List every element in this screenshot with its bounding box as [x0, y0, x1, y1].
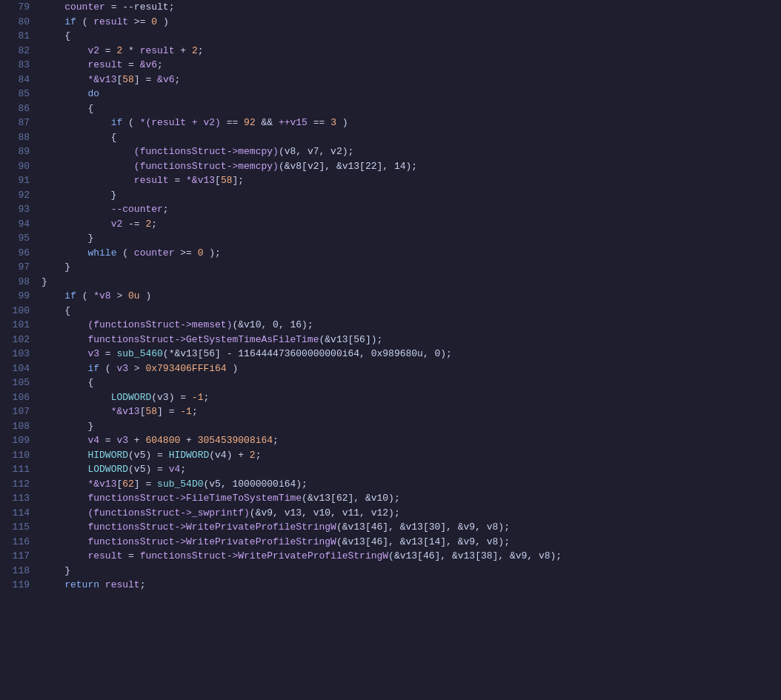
- code-token: =: [99, 45, 116, 56]
- code-token: result: [105, 579, 140, 590]
- code-line: v4 = v3 + 604800 + 3054539008i64;: [41, 433, 775, 448]
- code-token: 58: [221, 175, 233, 186]
- code-token: [41, 59, 87, 70]
- code-token: *&v13: [111, 406, 140, 417]
- code-token: functionsStruct->GetSystemTimeAsFileTime: [87, 334, 319, 345]
- code-token: &v6: [140, 59, 157, 70]
- code-line: functionsStruct->WritePrivateProfileStri…: [41, 535, 775, 550]
- line-number: 115: [6, 520, 30, 535]
- line-number: 90: [6, 159, 30, 174]
- code-area[interactable]: counter = --result; if ( result >= 0 ) {…: [36, 0, 781, 700]
- code-token: &v6: [157, 74, 174, 85]
- code-token: ;: [192, 406, 198, 417]
- code-token: --counter: [111, 204, 163, 215]
- line-number: 86: [6, 101, 30, 116]
- line-number: 117: [6, 549, 30, 564]
- code-token: v4: [87, 435, 99, 446]
- code-token: result: [93, 16, 128, 27]
- code-token: (: [122, 117, 139, 128]
- code-token: [: [215, 175, 221, 186]
- code-token: [41, 521, 87, 533]
- code-token: 2: [192, 45, 198, 56]
- line-number: 112: [6, 477, 30, 492]
- line-number: 99: [6, 289, 30, 304]
- code-line: v2 = 2 * result + 2;: [41, 44, 775, 59]
- code-token: (functionsStruct->memset): [87, 319, 232, 330]
- code-token: }: [41, 233, 93, 244]
- line-number: 111: [6, 462, 30, 477]
- code-token: functionsStruct->WritePrivateProfileStri…: [87, 536, 336, 547]
- line-number: 87: [6, 116, 30, 130]
- code-token: =: [169, 175, 186, 186]
- code-line: while ( counter >= 0 );: [41, 246, 775, 261]
- code-token: ): [227, 363, 239, 374]
- line-number: 110: [6, 448, 30, 463]
- code-token: ;: [174, 74, 180, 85]
- code-line: functionsStruct->GetSystemTimeAsFileTime…: [41, 333, 775, 347]
- code-token: [41, 507, 87, 519]
- code-token: }: [41, 276, 47, 287]
- code-line: }: [41, 188, 775, 203]
- code-line: {: [41, 130, 775, 145]
- line-number: 84: [6, 73, 30, 87]
- code-line: *&v13[58] = -1;: [41, 404, 775, 419]
- code-token: sub_54D0: [157, 479, 203, 490]
- code-token: v2: [87, 45, 99, 56]
- code-token: =: [99, 348, 116, 359]
- code-token: 62: [122, 479, 134, 490]
- code-token: [41, 536, 87, 547]
- code-token: [41, 550, 87, 561]
- code-token: =: [105, 1, 122, 13]
- code-line: return result;: [41, 578, 775, 593]
- code-line: functionsStruct->WritePrivateProfileStri…: [41, 520, 775, 535]
- code-token: [41, 392, 111, 403]
- code-line: HIDWORD(v5) = HIDWORD(v4) + 2;: [41, 448, 775, 463]
- code-line: (functionsStruct->_swprintf)(&v9, v13, v…: [41, 506, 775, 521]
- code-line: (functionsStruct->memcpy)(v8, v7, v2);: [41, 144, 775, 159]
- code-line: if ( *v8 > 0u ): [41, 289, 775, 304]
- code-token: [41, 88, 87, 99]
- code-token: (v8, v7, v2);: [279, 146, 353, 157]
- code-token: 3054539008i64: [198, 435, 273, 446]
- line-number: 113: [6, 491, 30, 506]
- code-token: ] =: [134, 479, 157, 490]
- code-token: [41, 479, 87, 490]
- code-token: =: [122, 550, 139, 561]
- code-token: (*&v13[56] - 116444473600000000i64, 0x98…: [163, 348, 452, 359]
- line-number: 89: [6, 144, 30, 159]
- code-token: HIDWORD: [169, 450, 210, 461]
- code-token: [41, 45, 87, 56]
- code-editor: 7980818283848586878889909192939495969798…: [0, 0, 781, 700]
- line-number: 118: [6, 564, 30, 579]
- code-token: -1: [192, 392, 204, 403]
- code-token: functionsStruct->FileTimeToSystemTime: [87, 493, 302, 504]
- code-token: +: [128, 435, 145, 446]
- code-token: v4: [169, 464, 181, 475]
- code-token: [41, 319, 87, 330]
- line-number: 105: [6, 376, 30, 390]
- code-line: {: [41, 376, 775, 390]
- line-number: 119: [6, 578, 30, 593]
- code-token: *(result + v2): [140, 117, 221, 128]
- code-token: v3: [116, 435, 128, 446]
- code-token: counter: [64, 1, 105, 13]
- code-token: {: [41, 132, 116, 143]
- code-token: 0u: [128, 290, 140, 301]
- line-number: 106: [6, 390, 30, 405]
- code-token: ): [157, 16, 169, 27]
- code-line: v2 -= 2;: [41, 217, 775, 232]
- code-token: {: [41, 305, 70, 316]
- code-token: }: [41, 190, 116, 201]
- code-token: 58: [145, 406, 157, 417]
- code-token: ): [336, 117, 348, 128]
- code-token: {: [41, 103, 93, 114]
- code-token: [41, 579, 64, 590]
- code-token: functionsStruct->WritePrivateProfileStri…: [87, 521, 336, 533]
- code-token: ;: [140, 579, 146, 590]
- code-line: functionsStruct->FileTimeToSystemTime(&v…: [41, 491, 775, 506]
- code-token: (&v13[46], &v13[38], &v9, v8);: [388, 550, 562, 561]
- code-line: (functionsStruct->memset)(&v10, 0, 16);: [41, 318, 775, 333]
- code-token: ;: [151, 219, 157, 230]
- code-line: result = &v6;: [41, 58, 775, 73]
- code-line: if ( *(result + v2) == 92 && ++v15 == 3 …: [41, 116, 775, 130]
